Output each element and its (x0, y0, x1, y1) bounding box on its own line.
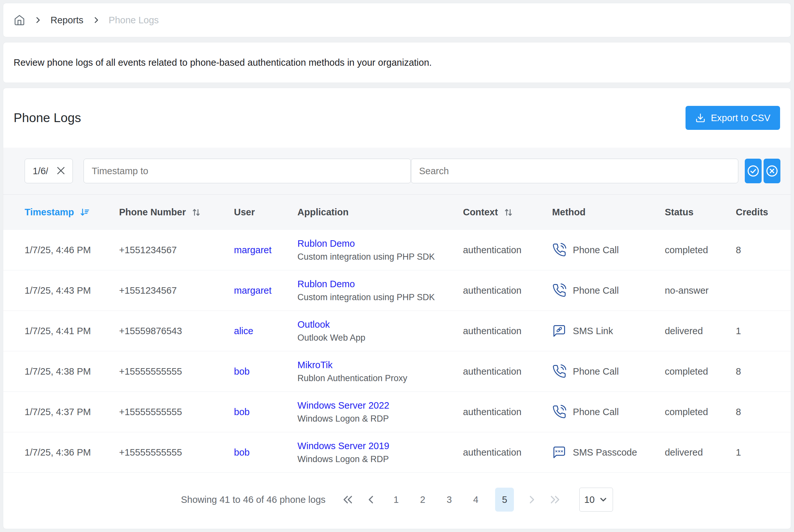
cell-context: authentication (463, 285, 552, 296)
application-subtitle: Windows Logon & RDP (298, 454, 463, 464)
page-button-4[interactable]: 4 (469, 494, 483, 505)
column-header-credits: Credits (736, 207, 780, 217)
pagination: Showing 41 to 46 of 46 phone logs 1 2 3 … (3, 488, 791, 512)
cell-phone-number: +15559876543 (119, 326, 234, 337)
cell-credits: 8 (736, 407, 780, 417)
cell-timestamp: 1/7/25, 4:46 PM (25, 245, 119, 255)
chevron-down-icon (599, 495, 608, 505)
cell-status: no-answer (665, 285, 736, 296)
application-link[interactable]: Windows Server 2022 (298, 400, 463, 411)
first-page-button[interactable] (342, 494, 353, 505)
cell-method: Phone Call (573, 407, 619, 417)
application-link[interactable]: MikroTik (298, 360, 463, 370)
table-row: 1/7/25, 4:36 PM +15555555555 bob Windows… (3, 432, 791, 473)
home-icon[interactable] (14, 14, 25, 26)
export-csv-label: Export to CSV (711, 113, 770, 124)
cell-method: SMS Passcode (573, 447, 637, 458)
sort-descending-icon (79, 207, 90, 217)
chevron-right-icon (34, 16, 42, 24)
check-circle-icon (747, 165, 760, 177)
clear-filters-button[interactable] (763, 159, 780, 183)
cell-context: authentication (463, 245, 552, 255)
cell-context: authentication (463, 326, 552, 337)
cell-method: SMS Link (573, 326, 613, 337)
table-body: 1/7/25, 4:46 PM +1551234567 margaret Rub… (3, 230, 791, 473)
user-link[interactable]: alice (234, 326, 253, 336)
cell-phone-number: +15555555555 (119, 407, 234, 417)
cell-context: authentication (463, 366, 552, 377)
previous-page-button[interactable] (365, 494, 377, 505)
description-card: Review phone logs of all events related … (3, 42, 791, 83)
application-subtitle: Rublon Authentication Proxy (298, 373, 463, 383)
cell-credits: 8 (736, 366, 780, 377)
filter-bar (3, 148, 791, 194)
cell-context: authentication (463, 447, 552, 458)
breadcrumb-reports[interactable]: Reports (51, 15, 83, 25)
page-button-2[interactable]: 2 (415, 494, 430, 505)
cell-status: delivered (665, 326, 736, 337)
column-header-application: Application (298, 207, 463, 217)
page-button-3[interactable]: 3 (442, 494, 456, 505)
user-link[interactable]: margaret (234, 245, 272, 255)
sort-icon (191, 207, 202, 217)
search-input[interactable] (411, 159, 738, 183)
cell-method: Phone Call (573, 366, 619, 377)
table-row: 1/7/25, 4:43 PM +1551234567 margaret Rub… (3, 270, 791, 311)
cell-timestamp: 1/7/25, 4:38 PM (25, 366, 119, 377)
cell-timestamp: 1/7/25, 4:41 PM (25, 326, 119, 337)
column-header-phone-number[interactable]: Phone Number (119, 207, 234, 217)
application-link[interactable]: Windows Server 2019 (298, 441, 463, 451)
clear-timestamp-from-button[interactable] (55, 165, 67, 176)
apply-filters-button[interactable] (745, 159, 762, 183)
chevron-right-icon (92, 16, 100, 24)
sms-link-icon (552, 324, 566, 338)
cell-credits: 1 (736, 326, 780, 337)
cell-timestamp: 1/7/25, 4:43 PM (25, 285, 119, 296)
page-description: Review phone logs of all events related … (14, 57, 432, 68)
application-subtitle: Custom integration using PHP SDK (298, 292, 463, 302)
user-link[interactable]: margaret (234, 285, 272, 296)
cell-status: completed (665, 366, 736, 377)
export-csv-button[interactable]: Export to CSV (685, 106, 780, 130)
cell-phone-number: +1551234567 (119, 285, 234, 296)
column-header-method: Method (552, 207, 665, 217)
chevron-right-icon (526, 494, 537, 505)
table-header: Timestamp Phone Number User Application … (3, 194, 791, 230)
cell-phone-number: +15555555555 (119, 447, 234, 458)
chevron-left-icon (365, 494, 377, 505)
table-row: 1/7/25, 4:37 PM +15555555555 bob Windows… (3, 392, 791, 432)
cell-method: Phone Call (573, 245, 619, 255)
breadcrumb-current: Phone Logs (109, 15, 159, 25)
user-link[interactable]: bob (234, 447, 250, 457)
application-link[interactable]: Rublon Demo (298, 279, 463, 289)
timestamp-to-input[interactable] (83, 159, 411, 183)
column-header-context[interactable]: Context (463, 207, 552, 217)
sort-icon (503, 207, 514, 217)
sms-passcode-icon (552, 445, 566, 459)
application-link[interactable]: Outlook (298, 319, 463, 330)
user-link[interactable]: bob (234, 366, 250, 377)
double-chevron-right-icon (549, 494, 561, 505)
phone-call-icon (552, 405, 566, 419)
table-row: 1/7/25, 4:46 PM +1551234567 margaret Rub… (3, 230, 791, 270)
application-link[interactable]: Rublon Demo (298, 238, 463, 249)
phone-call-icon (552, 283, 566, 298)
cell-status: delivered (665, 447, 736, 458)
column-header-timestamp[interactable]: Timestamp (25, 207, 119, 217)
user-link[interactable]: bob (234, 407, 250, 417)
last-page-button[interactable] (549, 494, 561, 505)
cell-phone-number: +15555555555 (119, 366, 234, 377)
page-button-1[interactable]: 1 (389, 494, 403, 505)
next-page-button[interactable] (526, 494, 537, 505)
cell-timestamp: 1/7/25, 4:37 PM (25, 407, 119, 417)
cell-timestamp: 1/7/25, 4:36 PM (25, 447, 119, 458)
page-button-5-active[interactable]: 5 (495, 488, 514, 512)
page-size-select[interactable]: 10 (579, 488, 613, 512)
page-title: Phone Logs (14, 111, 81, 125)
cell-status: completed (665, 245, 736, 255)
cell-method: Phone Call (573, 285, 619, 296)
column-header-user: User (234, 207, 298, 217)
application-subtitle: Outlook Web App (298, 333, 463, 343)
application-subtitle: Custom integration using PHP SDK (298, 252, 463, 262)
table-row: 1/7/25, 4:38 PM +15555555555 bob MikroTi… (3, 351, 791, 392)
